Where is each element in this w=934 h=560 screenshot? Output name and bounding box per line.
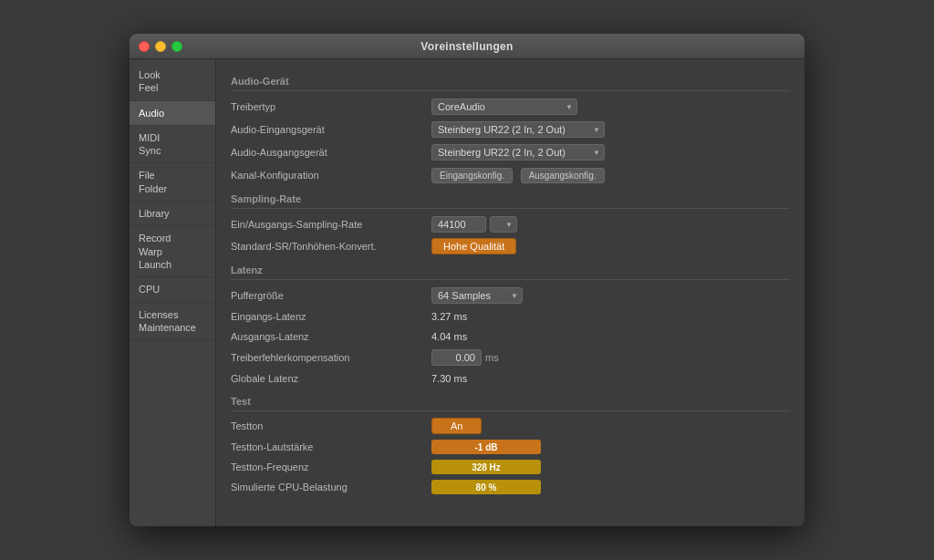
window-title: Voreinstellungen xyxy=(420,40,513,53)
eingangs-latenz-value: 3.27 ms xyxy=(431,311,790,322)
titlebar: Voreinstellungen xyxy=(130,34,804,59)
sr-konvert-label: Standard-SR/Tonhöhen-Konvert. xyxy=(231,241,431,252)
sampling-rate-controls xyxy=(431,215,517,233)
kanal-label: Kanal-Konfiguration xyxy=(231,170,431,181)
window-controls xyxy=(139,41,182,52)
row-cpu-belastung: Simulierte CPU-Belastung 80 % xyxy=(231,477,790,497)
sidebar-item-audio[interactable]: Audio xyxy=(130,101,215,126)
section-header-test: Test xyxy=(231,389,790,411)
sidebar-item-midi-sync[interactable]: MIDI Sync xyxy=(130,126,215,164)
lautstaerke-slider[interactable]: -1 dB xyxy=(431,440,541,454)
sidebar-item-library[interactable]: Library xyxy=(130,202,215,226)
row-lautstaerke: Testton-Lautstärke -1 dB xyxy=(231,437,790,457)
sidebar-item-look-feel[interactable]: Look Feel xyxy=(130,63,215,101)
sidebar-item-record-warp-launch[interactable]: Record Warp Launch xyxy=(130,226,215,277)
puffer-select[interactable]: 64 Samples xyxy=(431,287,523,304)
testton-label: Testton xyxy=(231,420,431,431)
globale-latenz-label: Globale Latenz xyxy=(231,373,431,384)
section-header-sampling: Sampling-Rate xyxy=(231,186,790,209)
row-puffer: Puffergröße 64 Samples xyxy=(231,284,790,306)
ausgangs-latenz-value: 4.04 ms xyxy=(431,331,790,342)
sidebar: Look Feel Audio MIDI Sync File Folder Li… xyxy=(130,59,216,526)
row-frequenz: Testton-Frequenz 328 Hz xyxy=(231,457,790,477)
treiber-komp-unit: ms xyxy=(485,352,499,363)
content-area: Look Feel Audio MIDI Sync File Folder Li… xyxy=(130,59,804,526)
row-eingangs-latenz: Eingangs-Latenz 3.27 ms xyxy=(231,306,790,327)
treiber-komp-input[interactable] xyxy=(431,349,482,366)
cpu-label: Simulierte CPU-Belastung xyxy=(231,482,431,493)
sampling-rate-select[interactable] xyxy=(490,216,517,233)
row-ausgang: Audio-Ausgangsgerät Steinberg UR22 (2 In… xyxy=(231,140,790,163)
globale-latenz-value: 7.30 ms xyxy=(431,373,790,384)
eingang-select-wrapper: Steinberg UR22 (2 In, 2 Out) xyxy=(431,120,605,138)
treibertyp-label: Treibertyp xyxy=(231,101,431,112)
row-kanal: Kanal-Konfiguration Eingangskonfig. Ausg… xyxy=(231,163,790,186)
section-header-latenz: Latenz xyxy=(231,257,790,280)
row-globale-latenz: Globale Latenz 7.30 ms xyxy=(231,368,790,389)
treibertyp-select-wrapper: CoreAudio xyxy=(431,98,577,115)
puffer-select-wrapper: 64 Samples xyxy=(431,286,523,304)
quality-button[interactable]: Hohe Qualität xyxy=(431,238,516,254)
kanal-buttons: Eingangskonfig. Ausgangskonfig. xyxy=(431,166,608,183)
frequenz-slider[interactable]: 328 Hz xyxy=(431,460,541,474)
eingang-label: Audio-Eingangsgerät xyxy=(231,124,431,135)
row-testton: Testton An xyxy=(231,415,790,437)
row-ausgangs-latenz: Ausgangs-Latenz 4.04 ms xyxy=(231,327,790,347)
lautstaerke-label: Testton-Lautstärke xyxy=(231,441,431,452)
ausgang-select-wrapper: Steinberg UR22 (2 In, 2 Out) xyxy=(431,143,605,161)
main-panel: Audio-Gerät Treibertyp CoreAudio Audio-E… xyxy=(216,59,804,526)
minimize-button[interactable] xyxy=(155,41,166,52)
section-header-audio-geraet: Audio-Gerät xyxy=(231,68,790,91)
eingang-select[interactable]: Steinberg UR22 (2 In, 2 Out) xyxy=(431,121,605,138)
puffer-label: Puffergröße xyxy=(231,290,431,301)
row-treiber-komp: Treiberfehlerkompensation ms xyxy=(231,347,790,368)
close-button[interactable] xyxy=(139,41,150,52)
cpu-slider[interactable]: 80 % xyxy=(431,480,541,494)
sampling-rate-label: Ein/Ausgangs-Sampling-Rate xyxy=(231,219,431,230)
eingang-config-button[interactable]: Eingangskonfig. xyxy=(431,168,513,183)
treibertyp-select[interactable]: CoreAudio xyxy=(431,99,577,115)
frequenz-label: Testton-Frequenz xyxy=(231,461,431,472)
sidebar-item-file-folder[interactable]: File Folder xyxy=(130,163,215,202)
testton-button[interactable]: An xyxy=(431,418,482,434)
ausgang-select[interactable]: Steinberg UR22 (2 In, 2 Out) xyxy=(431,144,605,161)
treiber-komp-controls: ms xyxy=(431,349,499,366)
ausgang-label: Audio-Ausgangsgerät xyxy=(231,147,431,158)
row-treibertyp: Treibertyp CoreAudio xyxy=(231,95,790,118)
sidebar-item-licenses-maintenance[interactable]: Licenses Maintenance xyxy=(130,303,215,341)
row-sampling-rate: Ein/Ausgangs-Sampling-Rate xyxy=(231,213,790,235)
row-eingang: Audio-Eingangsgerät Steinberg UR22 (2 In… xyxy=(231,118,790,140)
ausgang-config-button[interactable]: Ausgangskonfig. xyxy=(521,168,605,183)
sidebar-item-cpu[interactable]: CPU xyxy=(130,277,215,302)
sampling-rate-input[interactable] xyxy=(431,216,486,233)
maximize-button[interactable] xyxy=(171,41,182,52)
row-sr-konvert: Standard-SR/Tonhöhen-Konvert. Hohe Quali… xyxy=(231,235,790,257)
eingangs-latenz-label: Eingangs-Latenz xyxy=(231,311,431,322)
ausgangs-latenz-label: Ausgangs-Latenz xyxy=(231,331,431,342)
treiber-komp-label: Treiberfehlerkompensation xyxy=(231,352,431,363)
preferences-window: Voreinstellungen Look Feel Audio MIDI Sy… xyxy=(130,34,804,526)
sampling-rate-select-wrapper xyxy=(490,215,517,233)
